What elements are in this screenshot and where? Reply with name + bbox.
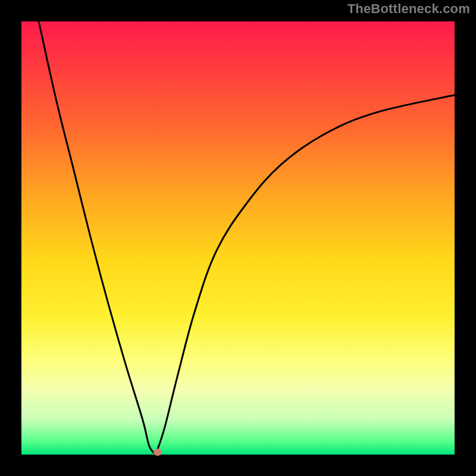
curve-path bbox=[39, 21, 455, 455]
optimum-marker bbox=[154, 449, 162, 456]
plot-area bbox=[21, 21, 455, 455]
bottleneck-curve bbox=[21, 21, 455, 455]
watermark-text: TheBottleneck.com bbox=[347, 1, 470, 17]
chart-frame: TheBottleneck.com bbox=[0, 0, 476, 476]
